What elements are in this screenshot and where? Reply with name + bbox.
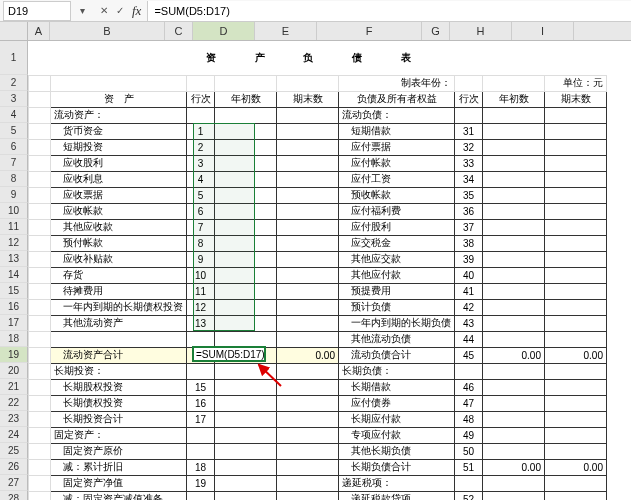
seq[interactable]: 14 <box>187 347 215 363</box>
cell[interactable] <box>29 491 51 500</box>
end-val[interactable] <box>277 315 339 331</box>
seq[interactable] <box>187 491 215 500</box>
end-val2[interactable] <box>545 171 607 187</box>
seq2[interactable]: 43 <box>455 315 483 331</box>
end-val2[interactable] <box>545 395 607 411</box>
end-val[interactable] <box>277 459 339 475</box>
seq[interactable] <box>187 331 215 347</box>
begin-val[interactable] <box>215 395 277 411</box>
begin-val2[interactable]: 0.00 <box>483 347 545 363</box>
end-val2[interactable] <box>545 219 607 235</box>
seq[interactable] <box>187 443 215 459</box>
end-val[interactable] <box>277 235 339 251</box>
name-box[interactable] <box>3 1 71 21</box>
seq[interactable] <box>187 363 215 379</box>
seq2[interactable]: 45 <box>455 347 483 363</box>
begin-val[interactable] <box>215 347 277 363</box>
cell[interactable] <box>29 315 51 331</box>
row-header-13[interactable]: 13 <box>0 251 28 267</box>
cell[interactable] <box>29 395 51 411</box>
begin-val2[interactable] <box>483 219 545 235</box>
cell[interactable] <box>29 411 51 427</box>
hdr-end[interactable]: 期末数 <box>277 91 339 107</box>
row-header-5[interactable]: 5 <box>0 123 28 139</box>
begin-val[interactable] <box>215 283 277 299</box>
seq2[interactable]: 38 <box>455 235 483 251</box>
end-val[interactable] <box>277 443 339 459</box>
hdr-begin2[interactable]: 年初数 <box>483 91 545 107</box>
begin-val2[interactable] <box>483 395 545 411</box>
begin-val2[interactable] <box>483 379 545 395</box>
row-header-15[interactable]: 15 <box>0 283 28 299</box>
seq2[interactable]: 47 <box>455 395 483 411</box>
begin-val[interactable] <box>215 379 277 395</box>
asset-name[interactable]: 长期投资： <box>51 363 187 379</box>
end-val2[interactable] <box>545 315 607 331</box>
begin-val[interactable] <box>215 107 277 123</box>
seq2[interactable] <box>455 475 483 491</box>
asset-name[interactable]: 一年内到期的长期债权投资 <box>51 299 187 315</box>
liab-name[interactable]: 专项应付款 <box>339 427 455 443</box>
row-header-19[interactable]: 19 <box>0 347 28 363</box>
end-val2[interactable]: 0.00 <box>545 459 607 475</box>
seq[interactable]: 12 <box>187 299 215 315</box>
end-val2[interactable] <box>545 107 607 123</box>
seq[interactable]: 19 <box>187 475 215 491</box>
confirm-icon[interactable]: ✓ <box>112 3 128 19</box>
row-header-28[interactable]: 28 <box>0 491 28 500</box>
end-val[interactable] <box>277 123 339 139</box>
cancel-icon[interactable]: ✕ <box>96 3 112 19</box>
cell[interactable] <box>215 75 277 91</box>
end-val2[interactable] <box>545 299 607 315</box>
row-header-22[interactable]: 22 <box>0 395 28 411</box>
cell[interactable] <box>29 235 51 251</box>
cell[interactable] <box>29 331 51 347</box>
asset-name[interactable]: 长期股权投资 <box>51 379 187 395</box>
begin-val2[interactable] <box>483 267 545 283</box>
liab-name[interactable]: 应付福利费 <box>339 203 455 219</box>
liab-name[interactable]: 流动负债： <box>339 107 455 123</box>
end-val2[interactable] <box>545 187 607 203</box>
hdr-seq2[interactable]: 行次 <box>455 91 483 107</box>
liab-name[interactable]: 预收帐款 <box>339 187 455 203</box>
row-header-21[interactable]: 21 <box>0 379 28 395</box>
row-header-7[interactable]: 7 <box>0 155 28 171</box>
cell[interactable] <box>29 267 51 283</box>
begin-val2[interactable] <box>483 283 545 299</box>
liab-name[interactable]: 其他应交款 <box>339 251 455 267</box>
asset-name[interactable]: 短期投资 <box>51 139 187 155</box>
cell[interactable] <box>29 347 51 363</box>
seq2[interactable]: 31 <box>455 123 483 139</box>
seq[interactable]: 13 <box>187 315 215 331</box>
row-header-24[interactable]: 24 <box>0 427 28 443</box>
row-header-3[interactable]: 3 <box>0 91 28 107</box>
asset-name[interactable]: 流动资产合计 <box>51 347 187 363</box>
row-header-9[interactable]: 9 <box>0 187 28 203</box>
end-val[interactable] <box>277 107 339 123</box>
cell[interactable] <box>29 171 51 187</box>
begin-val[interactable] <box>215 123 277 139</box>
begin-val[interactable] <box>215 155 277 171</box>
liab-name[interactable]: 应付债券 <box>339 395 455 411</box>
row-header-2[interactable]: 2 <box>0 75 28 91</box>
liab-name[interactable]: 其他流动负债 <box>339 331 455 347</box>
begin-val2[interactable] <box>483 235 545 251</box>
column-header-E[interactable]: E <box>255 22 317 40</box>
cell[interactable] <box>483 75 545 91</box>
begin-val2[interactable] <box>483 187 545 203</box>
begin-val2[interactable] <box>483 427 545 443</box>
row-header-4[interactable]: 4 <box>0 107 28 123</box>
begin-val2[interactable] <box>483 363 545 379</box>
end-val[interactable] <box>277 491 339 500</box>
begin-val[interactable] <box>215 203 277 219</box>
cell[interactable] <box>29 139 51 155</box>
seq2[interactable]: 50 <box>455 443 483 459</box>
cell[interactable] <box>29 203 51 219</box>
liab-name[interactable]: 短期借款 <box>339 123 455 139</box>
row-header-10[interactable]: 10 <box>0 203 28 219</box>
asset-name[interactable]: 待摊费用 <box>51 283 187 299</box>
begin-val[interactable] <box>215 427 277 443</box>
seq2[interactable]: 48 <box>455 411 483 427</box>
seq2[interactable]: 49 <box>455 427 483 443</box>
liab-name[interactable]: 长期负债： <box>339 363 455 379</box>
